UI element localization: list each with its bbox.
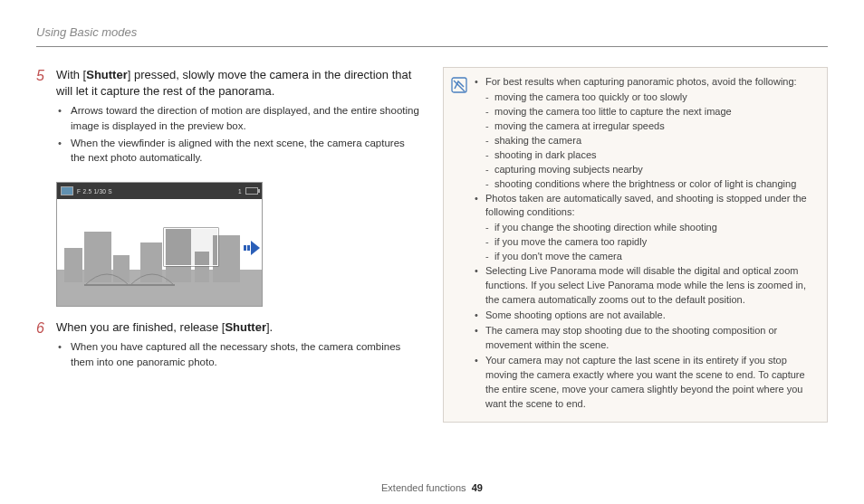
note-box: For best results when capturing panorami… (443, 67, 828, 423)
right-column: For best results when capturing panorami… (443, 67, 828, 423)
note-sub-bullet: moving the camera too little to capture … (475, 105, 816, 119)
note-bullet: Some shooting options are not available. (475, 309, 816, 323)
note-bullet: Your camera may not capture the last sce… (475, 354, 816, 412)
svg-rect-2 (247, 245, 250, 251)
svg-marker-3 (251, 241, 260, 255)
content-columns: 5 With [Shutter] pressed, slowly move th… (36, 67, 828, 423)
note-sub-bullet: if you don't move the camera (475, 250, 816, 264)
left-column: 5 With [Shutter] pressed, slowly move th… (36, 67, 421, 423)
note-sub-bullet: moving the camera at irregular speeds (475, 119, 816, 134)
exposure-info: F 2.5 1/30 S (77, 188, 112, 195)
note-bullet: Selecting Live Panorama mode will disabl… (475, 264, 816, 308)
note-sub-bullet: if you move the camera too rapidly (475, 235, 816, 250)
page-number: 49 (472, 482, 483, 493)
step-number: 5 (36, 67, 56, 175)
camera-preview-illustration: F 2.5 1/30 S 1 (56, 182, 263, 307)
step-sub-item: When the viewfinder is aligned with the … (56, 136, 421, 166)
note-icon (451, 77, 467, 93)
page-footer: Extended functions 49 (0, 482, 864, 493)
step-text: When you are finished, release [Shutter]… (56, 319, 421, 336)
step-sub-item: Arrows toward the direction of motion ar… (56, 103, 421, 133)
note-bullet: For best results when capturing panorami… (475, 75, 816, 90)
direction-arrow-icon (244, 241, 260, 255)
note-sub-bullet: if you change the shooting direction whi… (475, 221, 816, 235)
note-sub-bullet: capturing moving subjects nearby (475, 163, 816, 177)
focus-frame (164, 228, 218, 266)
svg-rect-1 (244, 245, 246, 251)
preview-status-bar: F 2.5 1/30 S 1 (57, 183, 262, 199)
bridge-illustration (84, 270, 175, 286)
note-bullet: Photos taken are automatically saved, an… (475, 192, 816, 221)
shot-count: 1 (238, 188, 242, 195)
step-6: 6 When you are finished, release [Shutte… (36, 319, 421, 379)
note-sub-bullet: shooting in dark places (475, 148, 816, 163)
note-sub-bullet: shaking the camera (475, 134, 816, 148)
step-text: With [Shutter] pressed, slowly move the … (56, 67, 421, 100)
battery-icon (245, 187, 258, 195)
footer-section: Extended functions (381, 482, 466, 493)
note-bullet: The camera may stop shooting due to the … (475, 324, 816, 353)
mode-icon (61, 186, 73, 195)
note-sub-bullet: shooting conditions where the brightness… (475, 177, 816, 192)
step-sub-item: When you have captured all the necessary… (56, 339, 421, 369)
note-sub-bullet: moving the camera too quickly or too slo… (475, 90, 816, 105)
section-header: Using Basic modes (36, 25, 828, 47)
svg-rect-4 (452, 78, 466, 92)
step-number: 6 (36, 319, 56, 379)
step-5: 5 With [Shutter] pressed, slowly move th… (36, 67, 421, 175)
